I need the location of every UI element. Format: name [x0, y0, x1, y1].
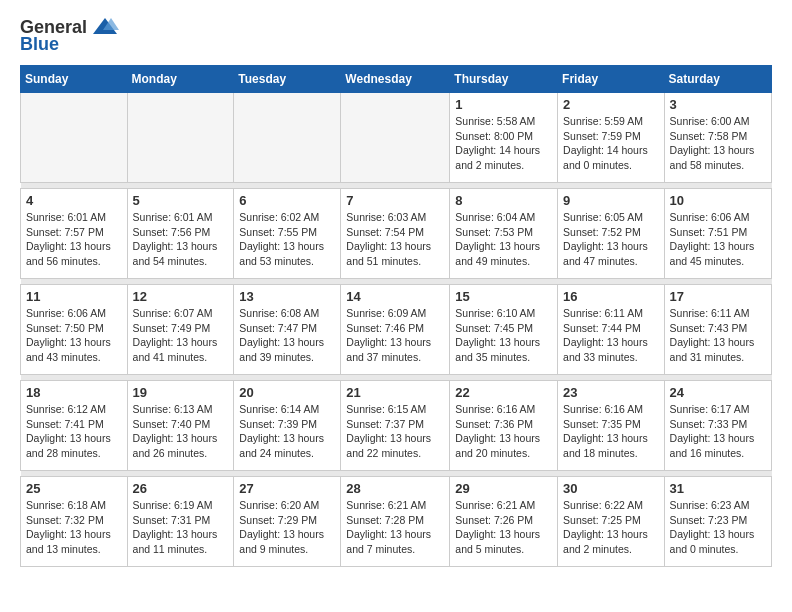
calendar-cell	[234, 93, 341, 183]
calendar-cell: 30Sunrise: 6:22 AMSunset: 7:25 PMDayligh…	[558, 477, 665, 567]
calendar-cell: 28Sunrise: 6:21 AMSunset: 7:28 PMDayligh…	[341, 477, 450, 567]
calendar-cell: 18Sunrise: 6:12 AMSunset: 7:41 PMDayligh…	[21, 381, 128, 471]
day-number: 15	[455, 289, 552, 304]
day-info: Sunrise: 6:18 AMSunset: 7:32 PMDaylight:…	[26, 498, 122, 557]
day-info: Sunrise: 5:59 AMSunset: 7:59 PMDaylight:…	[563, 114, 659, 173]
day-number: 30	[563, 481, 659, 496]
day-number: 2	[563, 97, 659, 112]
calendar-week-row: 11Sunrise: 6:06 AMSunset: 7:50 PMDayligh…	[21, 285, 772, 375]
calendar-cell: 2Sunrise: 5:59 AMSunset: 7:59 PMDaylight…	[558, 93, 665, 183]
day-info: Sunrise: 6:19 AMSunset: 7:31 PMDaylight:…	[133, 498, 229, 557]
day-number: 19	[133, 385, 229, 400]
calendar-cell: 27Sunrise: 6:20 AMSunset: 7:29 PMDayligh…	[234, 477, 341, 567]
day-info: Sunrise: 6:13 AMSunset: 7:40 PMDaylight:…	[133, 402, 229, 461]
calendar-cell: 21Sunrise: 6:15 AMSunset: 7:37 PMDayligh…	[341, 381, 450, 471]
column-header-saturday: Saturday	[664, 66, 771, 93]
day-info: Sunrise: 6:03 AMSunset: 7:54 PMDaylight:…	[346, 210, 444, 269]
day-info: Sunrise: 6:20 AMSunset: 7:29 PMDaylight:…	[239, 498, 335, 557]
day-number: 4	[26, 193, 122, 208]
day-info: Sunrise: 6:06 AMSunset: 7:50 PMDaylight:…	[26, 306, 122, 365]
day-number: 13	[239, 289, 335, 304]
calendar-cell: 24Sunrise: 6:17 AMSunset: 7:33 PMDayligh…	[664, 381, 771, 471]
day-info: Sunrise: 6:16 AMSunset: 7:36 PMDaylight:…	[455, 402, 552, 461]
day-info: Sunrise: 6:09 AMSunset: 7:46 PMDaylight:…	[346, 306, 444, 365]
day-info: Sunrise: 6:21 AMSunset: 7:26 PMDaylight:…	[455, 498, 552, 557]
day-info: Sunrise: 6:17 AMSunset: 7:33 PMDaylight:…	[670, 402, 766, 461]
day-number: 18	[26, 385, 122, 400]
day-number: 26	[133, 481, 229, 496]
day-number: 9	[563, 193, 659, 208]
calendar-cell: 12Sunrise: 6:07 AMSunset: 7:49 PMDayligh…	[127, 285, 234, 375]
day-number: 20	[239, 385, 335, 400]
calendar-cell: 8Sunrise: 6:04 AMSunset: 7:53 PMDaylight…	[450, 189, 558, 279]
calendar-cell: 3Sunrise: 6:00 AMSunset: 7:58 PMDaylight…	[664, 93, 771, 183]
calendar-cell: 20Sunrise: 6:14 AMSunset: 7:39 PMDayligh…	[234, 381, 341, 471]
calendar-cell: 23Sunrise: 6:16 AMSunset: 7:35 PMDayligh…	[558, 381, 665, 471]
day-number: 14	[346, 289, 444, 304]
column-header-monday: Monday	[127, 66, 234, 93]
calendar-cell: 11Sunrise: 6:06 AMSunset: 7:50 PMDayligh…	[21, 285, 128, 375]
day-number: 29	[455, 481, 552, 496]
day-info: Sunrise: 6:04 AMSunset: 7:53 PMDaylight:…	[455, 210, 552, 269]
day-number: 31	[670, 481, 766, 496]
calendar-cell: 14Sunrise: 6:09 AMSunset: 7:46 PMDayligh…	[341, 285, 450, 375]
calendar-week-row: 4Sunrise: 6:01 AMSunset: 7:57 PMDaylight…	[21, 189, 772, 279]
day-info: Sunrise: 6:11 AMSunset: 7:44 PMDaylight:…	[563, 306, 659, 365]
day-number: 6	[239, 193, 335, 208]
day-info: Sunrise: 6:06 AMSunset: 7:51 PMDaylight:…	[670, 210, 766, 269]
day-number: 3	[670, 97, 766, 112]
page-header: General Blue	[20, 16, 772, 55]
day-number: 16	[563, 289, 659, 304]
day-number: 1	[455, 97, 552, 112]
day-number: 5	[133, 193, 229, 208]
day-info: Sunrise: 6:05 AMSunset: 7:52 PMDaylight:…	[563, 210, 659, 269]
calendar-cell: 9Sunrise: 6:05 AMSunset: 7:52 PMDaylight…	[558, 189, 665, 279]
day-info: Sunrise: 6:07 AMSunset: 7:49 PMDaylight:…	[133, 306, 229, 365]
column-header-friday: Friday	[558, 66, 665, 93]
day-info: Sunrise: 6:11 AMSunset: 7:43 PMDaylight:…	[670, 306, 766, 365]
calendar-cell: 25Sunrise: 6:18 AMSunset: 7:32 PMDayligh…	[21, 477, 128, 567]
calendar-table: SundayMondayTuesdayWednesdayThursdayFrid…	[20, 65, 772, 567]
calendar-cell: 6Sunrise: 6:02 AMSunset: 7:55 PMDaylight…	[234, 189, 341, 279]
day-number: 12	[133, 289, 229, 304]
day-info: Sunrise: 6:15 AMSunset: 7:37 PMDaylight:…	[346, 402, 444, 461]
day-info: Sunrise: 6:23 AMSunset: 7:23 PMDaylight:…	[670, 498, 766, 557]
calendar-header-row: SundayMondayTuesdayWednesdayThursdayFrid…	[21, 66, 772, 93]
logo-icon	[91, 16, 119, 38]
day-info: Sunrise: 6:21 AMSunset: 7:28 PMDaylight:…	[346, 498, 444, 557]
column-header-tuesday: Tuesday	[234, 66, 341, 93]
day-number: 27	[239, 481, 335, 496]
logo-blue-text: Blue	[20, 34, 59, 55]
calendar-cell: 15Sunrise: 6:10 AMSunset: 7:45 PMDayligh…	[450, 285, 558, 375]
calendar-cell: 17Sunrise: 6:11 AMSunset: 7:43 PMDayligh…	[664, 285, 771, 375]
day-info: Sunrise: 6:02 AMSunset: 7:55 PMDaylight:…	[239, 210, 335, 269]
day-info: Sunrise: 6:08 AMSunset: 7:47 PMDaylight:…	[239, 306, 335, 365]
day-info: Sunrise: 6:01 AMSunset: 7:57 PMDaylight:…	[26, 210, 122, 269]
calendar-cell	[21, 93, 128, 183]
calendar-cell: 7Sunrise: 6:03 AMSunset: 7:54 PMDaylight…	[341, 189, 450, 279]
calendar-cell: 22Sunrise: 6:16 AMSunset: 7:36 PMDayligh…	[450, 381, 558, 471]
day-info: Sunrise: 6:14 AMSunset: 7:39 PMDaylight:…	[239, 402, 335, 461]
column-header-sunday: Sunday	[21, 66, 128, 93]
day-info: Sunrise: 6:00 AMSunset: 7:58 PMDaylight:…	[670, 114, 766, 173]
day-number: 11	[26, 289, 122, 304]
calendar-cell: 19Sunrise: 6:13 AMSunset: 7:40 PMDayligh…	[127, 381, 234, 471]
calendar-cell: 26Sunrise: 6:19 AMSunset: 7:31 PMDayligh…	[127, 477, 234, 567]
calendar-cell: 5Sunrise: 6:01 AMSunset: 7:56 PMDaylight…	[127, 189, 234, 279]
calendar-week-row: 25Sunrise: 6:18 AMSunset: 7:32 PMDayligh…	[21, 477, 772, 567]
day-info: Sunrise: 6:10 AMSunset: 7:45 PMDaylight:…	[455, 306, 552, 365]
day-number: 17	[670, 289, 766, 304]
calendar-cell: 10Sunrise: 6:06 AMSunset: 7:51 PMDayligh…	[664, 189, 771, 279]
calendar-week-row: 1Sunrise: 5:58 AMSunset: 8:00 PMDaylight…	[21, 93, 772, 183]
day-info: Sunrise: 6:16 AMSunset: 7:35 PMDaylight:…	[563, 402, 659, 461]
day-info: Sunrise: 5:58 AMSunset: 8:00 PMDaylight:…	[455, 114, 552, 173]
day-number: 25	[26, 481, 122, 496]
calendar-cell	[127, 93, 234, 183]
calendar-cell: 1Sunrise: 5:58 AMSunset: 8:00 PMDaylight…	[450, 93, 558, 183]
day-number: 21	[346, 385, 444, 400]
day-number: 7	[346, 193, 444, 208]
logo: General Blue	[20, 16, 119, 55]
day-info: Sunrise: 6:12 AMSunset: 7:41 PMDaylight:…	[26, 402, 122, 461]
day-number: 23	[563, 385, 659, 400]
column-header-thursday: Thursday	[450, 66, 558, 93]
